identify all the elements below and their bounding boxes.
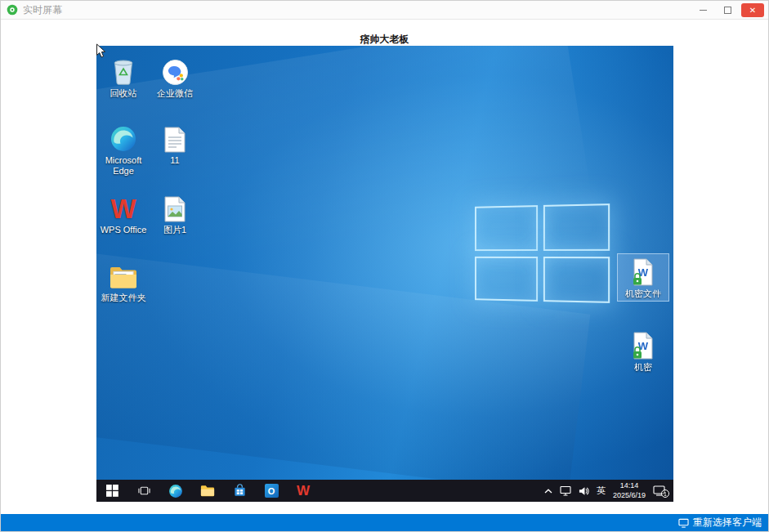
desktop-icon-new-folder[interactable]: 新建文件夹 [98, 258, 149, 305]
desktop-icon-wps[interactable]: W WPS Office [98, 190, 149, 237]
icon-label: 回收站 [110, 88, 137, 99]
titlebar: 实时屏幕 ✕ [1, 1, 768, 20]
close-button[interactable]: ✕ [741, 3, 764, 17]
microsoft-store-icon [233, 484, 247, 498]
wecom-icon [162, 56, 189, 86]
reselect-client-button[interactable]: 重新选择客户端 [678, 516, 768, 530]
window-title: 实时屏幕 [23, 3, 62, 17]
maximize-icon [724, 7, 731, 14]
word-lock-file-icon: W [632, 257, 655, 286]
icon-label: 新建文件夹 [101, 293, 146, 303]
icon-label: 机密文件 [625, 288, 661, 299]
tray-chevron-up-icon[interactable] [544, 489, 552, 494]
windows-start-icon [106, 485, 118, 497]
taskbar-apps: O W [101, 480, 314, 502]
desktop-icon-wecom[interactable]: 企业微信 [150, 54, 200, 101]
titlebar-left: 实时屏幕 [1, 3, 691, 17]
windows-logo [475, 203, 610, 303]
taskbar-wps-button[interactable]: W [293, 480, 314, 502]
desktop-icon-edge[interactable]: Microsoft Edge [98, 121, 149, 178]
desktop-icon-txt11[interactable]: 11 [150, 121, 200, 168]
tray-message-badge: 1 [661, 490, 669, 498]
app-logo-icon [7, 4, 18, 16]
app-window: 实时屏幕 ✕ 痞帅大老板 回收站 [0, 0, 769, 532]
taskbar-edge-button[interactable] [165, 480, 186, 502]
footer-bar: 重新选择客户端 [1, 514, 768, 531]
client-name: 痞帅大老板 [1, 33, 768, 47]
taskbar-store-button[interactable] [229, 480, 250, 502]
client-monitor-icon [678, 518, 689, 528]
taskbar-file-explorer-button[interactable] [197, 480, 218, 502]
recycle-bin-icon [111, 56, 136, 86]
icon-label: 机密 [634, 362, 652, 373]
tray-network-icon[interactable] [560, 485, 571, 496]
tray-volume-icon[interactable] [579, 486, 589, 496]
edge-icon [168, 484, 183, 498]
outlook-icon: O [265, 484, 279, 498]
desktop-icon-secret-file[interactable]: W 机密文件 [618, 254, 668, 301]
text-file-icon [164, 123, 186, 153]
taskbar-outlook-button[interactable]: O [261, 480, 282, 502]
icon-label: 11 [170, 155, 179, 166]
reselect-client-label: 重新选择客户端 [693, 516, 762, 530]
tray-clock[interactable]: 14:14 2025/6/19 [613, 481, 646, 500]
desktop-icon-picture1[interactable]: 图片1 [150, 190, 200, 237]
task-view-button[interactable] [133, 480, 154, 502]
icon-label: Microsoft Edge [98, 155, 149, 177]
icon-label: 企业微信 [157, 88, 193, 99]
desktop-icon-secret[interactable]: W 机密 [618, 328, 668, 374]
minimize-icon [700, 10, 707, 11]
start-button[interactable] [101, 480, 123, 502]
picture-file-icon [164, 193, 186, 222]
system-tray: 英 14:14 2025/6/19 1 [544, 481, 673, 500]
taskbar: O W [96, 480, 673, 502]
desktop-icon-recycle-bin[interactable]: 回收站 [98, 54, 149, 101]
remote-desktop-view[interactable]: 回收站 企业微信 [96, 46, 673, 502]
file-explorer-icon [200, 485, 215, 497]
tray-message-icon[interactable]: 1 [653, 485, 665, 496]
window-controls: ✕ [691, 1, 768, 19]
tray-time-text: 14:14 [613, 481, 646, 491]
wps-icon: W [110, 193, 136, 222]
icon-label: 图片1 [163, 225, 186, 235]
icon-label: WPS Office [101, 225, 147, 235]
word-lock-file-icon: W [632, 330, 655, 360]
tray-ime-indicator[interactable]: 英 [597, 485, 606, 497]
maximize-button[interactable] [715, 1, 740, 19]
edge-icon [110, 123, 137, 153]
tray-date-text: 2025/6/19 [613, 491, 646, 501]
task-view-icon [138, 485, 150, 497]
folder-icon [109, 261, 138, 290]
minimize-button[interactable] [691, 1, 715, 19]
wps-icon: W [297, 484, 310, 498]
